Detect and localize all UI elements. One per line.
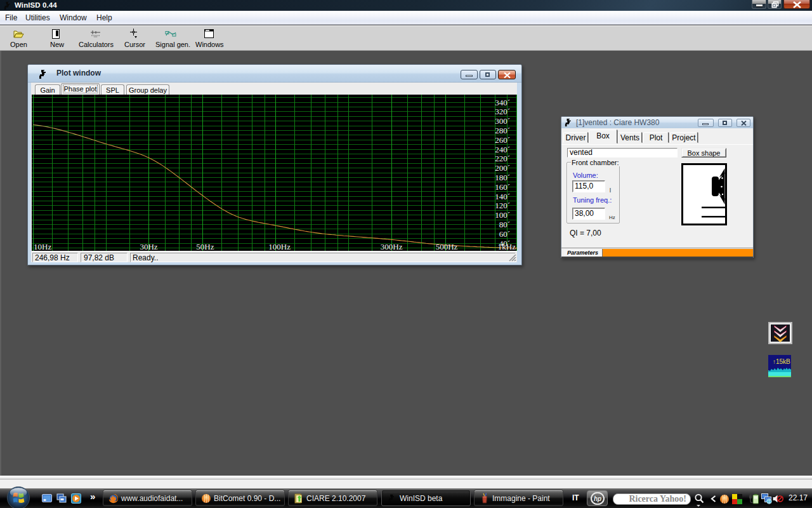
svg-text:340´: 340´: [495, 98, 510, 107]
svg-text:100Hz: 100Hz: [268, 242, 291, 251]
svg-text:300Hz: 300Hz: [381, 242, 403, 251]
svg-text:↑15kB: ↑15kB: [773, 358, 790, 365]
svg-text:60´: 60´: [499, 229, 510, 239]
svg-text:140´: 140´: [495, 192, 510, 201]
svg-text:50Hz: 50Hz: [196, 242, 214, 251]
svg-text:320´: 320´: [495, 107, 510, 116]
svg-text:80´: 80´: [499, 220, 510, 229]
svg-text:10Hz: 10Hz: [34, 242, 51, 251]
svg-text:30Hz: 30Hz: [140, 242, 157, 251]
svg-text:hp: hp: [594, 495, 601, 502]
svg-text:220´: 220´: [495, 154, 510, 163]
svg-text:300´: 300´: [495, 116, 510, 126]
svg-text:500Hz: 500Hz: [436, 242, 458, 251]
svg-text:200´: 200´: [495, 163, 510, 173]
svg-text:100´: 100´: [495, 210, 510, 220]
svg-text:180´: 180´: [495, 173, 510, 182]
svg-text:160´: 160´: [495, 182, 510, 192]
svg-text:260´: 260´: [495, 135, 510, 145]
svg-text:120´: 120´: [495, 201, 510, 210]
svg-text:240´: 240´: [495, 145, 510, 154]
svg-text:1kHz: 1kHz: [498, 242, 516, 251]
svg-text:280´: 280´: [495, 126, 510, 135]
